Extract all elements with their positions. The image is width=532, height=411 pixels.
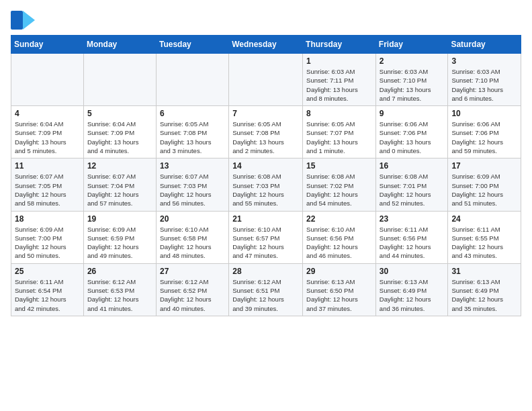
calendar-cell: 4Sunrise: 6:04 AM Sunset: 7:09 PM Daylig… xyxy=(11,106,84,158)
day-info: Sunrise: 6:08 AM Sunset: 7:03 PM Dayligh… xyxy=(232,172,299,208)
day-info: Sunrise: 6:05 AM Sunset: 7:07 PM Dayligh… xyxy=(306,120,372,155)
day-info: Sunrise: 6:08 AM Sunset: 7:01 PM Dayligh… xyxy=(380,172,445,208)
day-number: 27 xyxy=(160,267,225,276)
day-info: Sunrise: 6:03 AM Sunset: 7:11 PM Dayligh… xyxy=(306,67,372,103)
svg-rect-0 xyxy=(11,11,23,30)
calendar-cell xyxy=(83,54,156,106)
day-of-week-header: Sunday xyxy=(11,36,84,54)
day-info: Sunrise: 6:11 AM Sunset: 6:56 PM Dayligh… xyxy=(380,225,445,261)
day-info: Sunrise: 6:11 AM Sunset: 6:55 PM Dayligh… xyxy=(451,225,517,261)
calendar-cell: 13Sunrise: 6:07 AM Sunset: 7:03 PM Dayli… xyxy=(156,158,228,211)
day-number: 19 xyxy=(87,214,152,224)
day-info: Sunrise: 6:05 AM Sunset: 7:08 PM Dayligh… xyxy=(232,120,299,155)
calendar-cell: 3Sunrise: 6:03 AM Sunset: 7:10 PM Daylig… xyxy=(448,54,521,106)
day-number: 17 xyxy=(451,161,517,171)
day-info: Sunrise: 6:09 AM Sunset: 7:00 PM Dayligh… xyxy=(451,172,517,208)
day-info: Sunrise: 6:07 AM Sunset: 7:04 PM Dayligh… xyxy=(87,172,152,208)
day-number: 7 xyxy=(232,109,299,118)
calendar-cell: 9Sunrise: 6:06 AM Sunset: 7:06 PM Daylig… xyxy=(375,106,448,158)
calendar-cell xyxy=(229,54,303,106)
calendar-cell: 24Sunrise: 6:11 AM Sunset: 6:55 PM Dayli… xyxy=(448,211,521,263)
day-info: Sunrise: 6:10 AM Sunset: 6:58 PM Dayligh… xyxy=(160,225,225,261)
day-number: 15 xyxy=(306,161,372,171)
day-number: 31 xyxy=(451,267,517,276)
svg-marker-1 xyxy=(23,11,35,30)
day-info: Sunrise: 6:06 AM Sunset: 7:06 PM Dayligh… xyxy=(380,120,445,155)
calendar-cell: 10Sunrise: 6:06 AM Sunset: 7:06 PM Dayli… xyxy=(448,106,521,158)
calendar-cell: 26Sunrise: 6:12 AM Sunset: 6:53 PM Dayli… xyxy=(83,263,156,316)
calendar-table: SundayMondayTuesdayWednesdayThursdayFrid… xyxy=(11,35,521,316)
logo-icon xyxy=(11,11,35,30)
day-number: 11 xyxy=(15,161,80,171)
day-number: 25 xyxy=(15,267,80,276)
day-info: Sunrise: 6:13 AM Sunset: 6:49 PM Dayligh… xyxy=(451,277,517,313)
calendar-cell: 11Sunrise: 6:07 AM Sunset: 7:05 PM Dayli… xyxy=(11,158,84,211)
day-number: 2 xyxy=(380,56,445,66)
calendar-week-row: 25Sunrise: 6:11 AM Sunset: 6:54 PM Dayli… xyxy=(11,263,521,316)
calendar-cell: 15Sunrise: 6:08 AM Sunset: 7:02 PM Dayli… xyxy=(303,158,376,211)
day-number: 9 xyxy=(380,109,445,118)
calendar-week-row: 4Sunrise: 6:04 AM Sunset: 7:09 PM Daylig… xyxy=(11,106,521,158)
calendar-week-row: 11Sunrise: 6:07 AM Sunset: 7:05 PM Dayli… xyxy=(11,158,521,211)
day-number: 13 xyxy=(160,161,225,171)
day-info: Sunrise: 6:05 AM Sunset: 7:08 PM Dayligh… xyxy=(160,120,225,155)
calendar-cell: 20Sunrise: 6:10 AM Sunset: 6:58 PM Dayli… xyxy=(156,211,228,263)
day-number: 20 xyxy=(160,214,225,224)
calendar-cell: 12Sunrise: 6:07 AM Sunset: 7:04 PM Dayli… xyxy=(83,158,156,211)
day-number: 22 xyxy=(306,214,372,224)
day-info: Sunrise: 6:09 AM Sunset: 6:59 PM Dayligh… xyxy=(87,225,152,261)
day-info: Sunrise: 6:12 AM Sunset: 6:53 PM Dayligh… xyxy=(87,277,152,313)
calendar-week-row: 18Sunrise: 6:09 AM Sunset: 7:00 PM Dayli… xyxy=(11,211,521,263)
day-number: 3 xyxy=(451,56,517,66)
day-info: Sunrise: 6:04 AM Sunset: 7:09 PM Dayligh… xyxy=(87,120,152,155)
calendar-cell: 30Sunrise: 6:13 AM Sunset: 6:49 PM Dayli… xyxy=(375,263,448,316)
day-number: 18 xyxy=(15,214,80,224)
calendar-header-row: SundayMondayTuesdayWednesdayThursdayFrid… xyxy=(11,36,521,54)
page-header xyxy=(11,11,521,30)
day-number: 26 xyxy=(87,267,152,276)
calendar-cell: 31Sunrise: 6:13 AM Sunset: 6:49 PM Dayli… xyxy=(448,263,521,316)
calendar-cell: 1Sunrise: 6:03 AM Sunset: 7:11 PM Daylig… xyxy=(303,54,376,106)
logo xyxy=(11,11,39,30)
calendar-cell: 27Sunrise: 6:12 AM Sunset: 6:52 PM Dayli… xyxy=(156,263,228,316)
calendar-cell: 17Sunrise: 6:09 AM Sunset: 7:00 PM Dayli… xyxy=(448,158,521,211)
day-of-week-header: Saturday xyxy=(448,36,521,54)
day-of-week-header: Wednesday xyxy=(229,36,303,54)
day-info: Sunrise: 6:03 AM Sunset: 7:10 PM Dayligh… xyxy=(451,67,517,103)
day-number: 1 xyxy=(306,56,372,66)
calendar-cell: 29Sunrise: 6:13 AM Sunset: 6:50 PM Dayli… xyxy=(303,263,376,316)
calendar-cell xyxy=(11,54,84,106)
calendar-cell: 23Sunrise: 6:11 AM Sunset: 6:56 PM Dayli… xyxy=(375,211,448,263)
day-number: 14 xyxy=(232,161,299,171)
calendar-cell: 5Sunrise: 6:04 AM Sunset: 7:09 PM Daylig… xyxy=(83,106,156,158)
day-info: Sunrise: 6:07 AM Sunset: 7:03 PM Dayligh… xyxy=(160,172,225,208)
day-number: 28 xyxy=(232,267,299,276)
calendar-week-row: 1Sunrise: 6:03 AM Sunset: 7:11 PM Daylig… xyxy=(11,54,521,106)
calendar-cell: 18Sunrise: 6:09 AM Sunset: 7:00 PM Dayli… xyxy=(11,211,84,263)
day-of-week-header: Friday xyxy=(375,36,448,54)
day-number: 29 xyxy=(306,267,372,276)
day-info: Sunrise: 6:12 AM Sunset: 6:52 PM Dayligh… xyxy=(160,277,225,313)
day-info: Sunrise: 6:08 AM Sunset: 7:02 PM Dayligh… xyxy=(306,172,372,208)
day-number: 30 xyxy=(380,267,445,276)
calendar-cell: 19Sunrise: 6:09 AM Sunset: 6:59 PM Dayli… xyxy=(83,211,156,263)
day-number: 4 xyxy=(15,109,80,118)
calendar-cell: 22Sunrise: 6:10 AM Sunset: 6:56 PM Dayli… xyxy=(303,211,376,263)
day-info: Sunrise: 6:12 AM Sunset: 6:51 PM Dayligh… xyxy=(232,277,299,313)
calendar-cell: 8Sunrise: 6:05 AM Sunset: 7:07 PM Daylig… xyxy=(303,106,376,158)
calendar-cell xyxy=(156,54,228,106)
day-info: Sunrise: 6:10 AM Sunset: 6:57 PM Dayligh… xyxy=(232,225,299,261)
day-info: Sunrise: 6:03 AM Sunset: 7:10 PM Dayligh… xyxy=(380,67,445,103)
calendar-cell: 7Sunrise: 6:05 AM Sunset: 7:08 PM Daylig… xyxy=(229,106,303,158)
day-number: 16 xyxy=(380,161,445,171)
day-info: Sunrise: 6:10 AM Sunset: 6:56 PM Dayligh… xyxy=(306,225,372,261)
calendar-cell: 6Sunrise: 6:05 AM Sunset: 7:08 PM Daylig… xyxy=(156,106,228,158)
day-info: Sunrise: 6:07 AM Sunset: 7:05 PM Dayligh… xyxy=(15,172,80,208)
calendar-cell: 14Sunrise: 6:08 AM Sunset: 7:03 PM Dayli… xyxy=(229,158,303,211)
day-number: 23 xyxy=(380,214,445,224)
day-number: 6 xyxy=(160,109,225,118)
calendar-cell: 2Sunrise: 6:03 AM Sunset: 7:10 PM Daylig… xyxy=(375,54,448,106)
day-info: Sunrise: 6:11 AM Sunset: 6:54 PM Dayligh… xyxy=(15,277,80,313)
calendar-cell: 28Sunrise: 6:12 AM Sunset: 6:51 PM Dayli… xyxy=(229,263,303,316)
day-of-week-header: Tuesday xyxy=(156,36,228,54)
